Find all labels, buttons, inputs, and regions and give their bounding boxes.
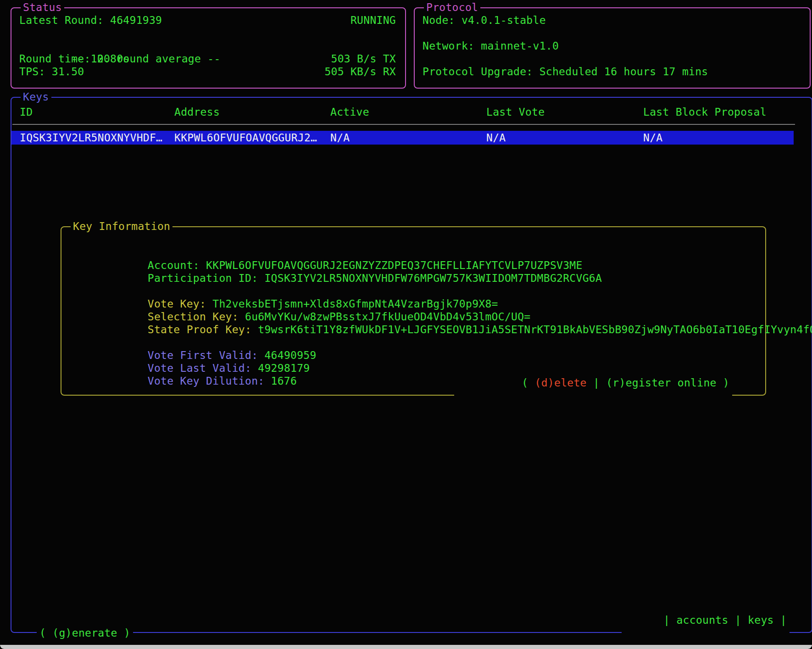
spacer <box>19 27 396 39</box>
key-row-active: N/A <box>330 131 486 145</box>
key-row-address: KKPWL6OFVUFOAVQGGURJ2… <box>174 131 330 145</box>
key-info-actions: ( (d)elete | (r)egister online ) <box>454 364 732 402</box>
table-separator <box>12 124 795 125</box>
vote-first-valid-value: 46490959 <box>264 349 316 361</box>
vote-first-valid-label: Vote First Valid: <box>148 349 265 361</box>
protocol-panel-title: Protocol <box>424 1 480 14</box>
tab-accounts[interactable]: accounts <box>676 614 728 626</box>
column-header-address: Address <box>174 106 330 118</box>
key-information-panel: Key Information Account: KKPWL6OFVUFOAVQ… <box>61 226 766 396</box>
vote-key-value: Th2veksbETjsmn+Xlds8xGfmpNtA4VzarBgjk70p… <box>212 298 498 310</box>
network-text: Network: mainnet-v1.0 <box>423 40 559 52</box>
participation-id-label: Participation ID: <box>148 272 265 284</box>
vote-last-valid-value: 49298179 <box>258 362 310 374</box>
participation-id-value: IQSK3IYV2LR5NOXNYVHDFW76MPGW757K3WIIDOM7… <box>264 272 602 284</box>
key-information-title: Key Information <box>71 220 172 233</box>
node-state-badge: RUNNING <box>350 14 396 27</box>
rx-rate-text: 505 KB/s RX <box>324 65 396 78</box>
state-proof-key-value: t9wsrK6tiT1Y8zfWUkDF1V+LJGFYSEOVB1JiA5SE… <box>258 324 812 336</box>
selection-key-label: Selection Key: <box>148 311 245 323</box>
spacer <box>423 27 801 39</box>
column-header-last-vote: Last Vote <box>486 106 643 118</box>
generate-action[interactable]: ( (g)enerate ) <box>37 627 133 639</box>
actions-separator: | <box>587 377 606 389</box>
keys-panel: Keys ID Address Active Last Vote Last Bl… <box>11 97 812 633</box>
status-panel: Status Latest Round: 46491939 RUNNING --… <box>11 7 406 89</box>
protocol-upgrade-text: Protocol Upgrade: Scheduled 16 hours 17 … <box>423 66 708 78</box>
key-row-last-vote: N/A <box>486 131 643 145</box>
delete-action[interactable]: (d)elete <box>535 377 587 389</box>
key-row-last-block-proposal: N/A <box>643 131 794 145</box>
spacer <box>423 52 801 65</box>
terminal-screen: Status Latest Round: 46491939 RUNNING --… <box>0 0 812 649</box>
tabs-separator-left: | <box>663 614 676 626</box>
tabs-separator-right: | <box>774 614 787 626</box>
tab-keys[interactable]: keys <box>748 614 774 626</box>
account-value: KKPWL6OFVUFOAVQGGURJ2EGNZYZZDPEQ37CHEFLL… <box>206 259 583 271</box>
tps-text: TPS: 31.50 <box>19 65 84 78</box>
column-header-active: Active <box>330 106 486 118</box>
key-row-selected[interactable]: IQSK3IYV2LR5NOXNYVHDF… KKPWL6OFVUFOAVQGG… <box>11 131 794 145</box>
selection-key-value: 6u6MvYKu/w8zwPBsstxJ7fkUueOD4VbD4v53lmOC… <box>245 311 530 323</box>
actions-close-paren: ) <box>717 377 729 389</box>
vote-key-dilution-value: 1676 <box>271 375 297 387</box>
key-row-id: IQSK3IYV2LR5NOXNYVHDF… <box>20 131 174 145</box>
vote-key-dilution-label: Vote Key Dilution: <box>148 375 271 387</box>
window-bottom-edge <box>0 645 812 649</box>
keys-table-header: ID Address Active Last Vote Last Block P… <box>11 106 812 118</box>
protocol-panel: Protocol Node: v4.0.1-stable Network: ma… <box>414 7 811 89</box>
actions-open-paren: ( <box>522 377 534 389</box>
column-header-id: ID <box>20 106 174 118</box>
account-label: Account: <box>148 259 206 271</box>
tx-rate-text: 503 B/s TX <box>331 52 396 65</box>
latest-round-text: Latest Round: 46491939 <box>19 14 162 27</box>
state-proof-key-label: State Proof Key: <box>148 324 258 336</box>
vote-key-label: Vote Key: <box>148 298 212 310</box>
register-online-action[interactable]: (r)egister online <box>606 377 717 389</box>
vote-last-valid-label: Vote Last Valid: <box>148 362 258 374</box>
status-panel-title: Status <box>21 1 64 14</box>
node-version-text: Node: v4.0.1-stable <box>423 14 546 26</box>
round-time-text: Round time: 2.80s <box>19 52 130 65</box>
tabs-separator-mid: | <box>729 614 748 626</box>
column-header-last-block-proposal: Last Block Proposal <box>643 106 812 118</box>
bottom-tabs: | accounts | keys | <box>622 601 790 639</box>
